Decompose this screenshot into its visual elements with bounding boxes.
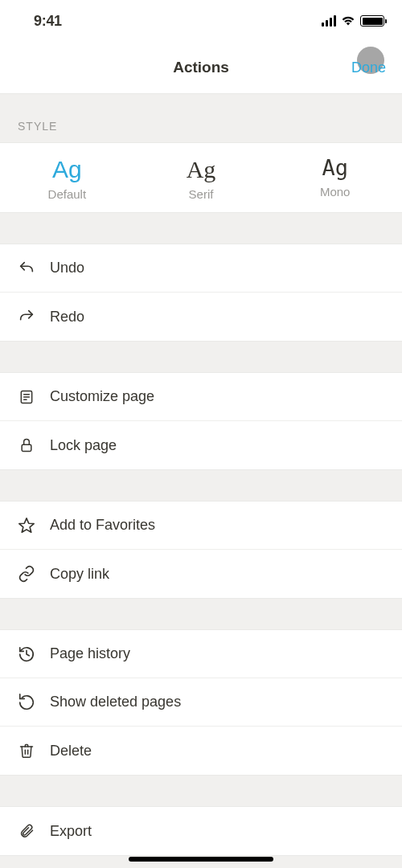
history-icon	[18, 645, 35, 663]
home-indicator[interactable]	[129, 857, 273, 862]
style-sample-serif: Ag	[134, 156, 269, 182]
style-label-default: Default	[0, 187, 134, 201]
trash-icon	[18, 742, 35, 760]
link-icon	[18, 565, 35, 583]
page-history-label: Page history	[50, 645, 130, 662]
delete-label: Delete	[50, 743, 92, 760]
wifi-icon	[341, 15, 355, 27]
customize-page-item[interactable]: Customize page	[0, 373, 402, 421]
add-to-favorites-item[interactable]: Add to Favorites	[0, 502, 402, 550]
export-label: Export	[50, 823, 92, 840]
copy-link-label: Copy link	[50, 566, 109, 583]
cellular-icon	[322, 15, 337, 27]
style-option-default[interactable]: Ag Default	[0, 143, 134, 212]
show-deleted-label: Show deleted pages	[50, 694, 181, 710]
export-item[interactable]: Export	[0, 807, 402, 855]
customize-page-label: Customize page	[50, 388, 154, 405]
status-indicators	[322, 15, 385, 27]
delete-item[interactable]: Delete	[0, 727, 402, 775]
add-to-favorites-label: Add to Favorites	[50, 517, 155, 534]
restore-icon	[18, 694, 35, 711]
page-group: Customize page Lock page	[0, 372, 402, 470]
undo-label: Undo	[50, 260, 84, 276]
done-button[interactable]: Done	[351, 59, 386, 76]
svg-rect-4	[22, 444, 31, 451]
share-group: Add to Favorites Copy link	[0, 501, 402, 599]
redo-label: Redo	[50, 309, 84, 326]
battery-icon	[360, 15, 384, 27]
style-sample-mono: Ag	[268, 156, 402, 180]
style-label-mono: Mono	[268, 185, 402, 199]
status-time: 9:41	[18, 13, 62, 30]
style-sample-default: Ag	[0, 156, 134, 182]
style-label-serif: Serif	[134, 187, 269, 201]
style-option-serif[interactable]: Ag Serif	[134, 143, 269, 212]
undo-icon	[18, 260, 35, 277]
lock-page-item[interactable]: Lock page	[0, 421, 402, 469]
lock-icon	[18, 436, 35, 454]
style-section-label: STYLE	[0, 94, 402, 142]
export-group: Export	[0, 806, 402, 856]
redo-icon	[18, 308, 35, 326]
status-bar: 9:41	[0, 0, 402, 42]
show-deleted-item[interactable]: Show deleted pages	[0, 678, 402, 727]
page-history-item[interactable]: Page history	[0, 630, 402, 678]
style-option-mono[interactable]: Ag Mono	[268, 143, 402, 212]
attachment-icon	[18, 822, 35, 840]
redo-item[interactable]: Redo	[0, 293, 402, 341]
sheet-title: Actions	[173, 59, 229, 76]
history-group: Undo Redo	[0, 244, 402, 342]
copy-link-item[interactable]: Copy link	[0, 550, 402, 598]
svg-marker-5	[19, 518, 34, 531]
lock-page-label: Lock page	[50, 437, 117, 454]
manage-group: Page history Show deleted pages Delete	[0, 629, 402, 776]
undo-item[interactable]: Undo	[0, 244, 402, 293]
page-icon	[18, 388, 35, 406]
star-icon	[18, 517, 35, 534]
style-selector: Ag Default Ag Serif Ag Mono	[0, 142, 402, 213]
sheet-header: Actions Done	[0, 42, 402, 94]
